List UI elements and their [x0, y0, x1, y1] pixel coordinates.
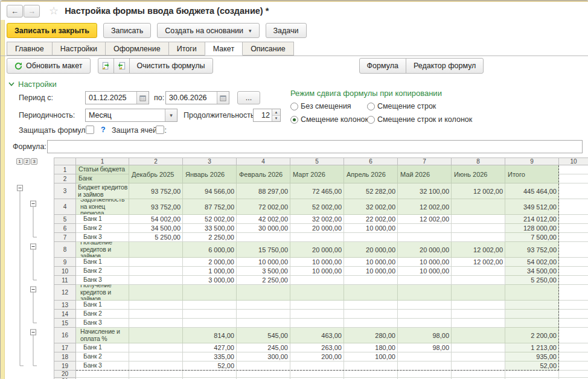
value-cell[interactable]: 10 000,00 [344, 258, 398, 267]
value-cell[interactable] [452, 319, 505, 328]
value-cell[interactable]: 32 100,00 [398, 183, 452, 199]
row-header[interactable]: 3 [54, 183, 76, 199]
value-cell[interactable] [452, 361, 505, 371]
empty-cell[interactable] [559, 361, 588, 371]
value-cell[interactable] [398, 319, 452, 328]
value-cell[interactable]: 32 002,00 [344, 199, 398, 215]
value-cell[interactable]: 5 250,00 [129, 233, 183, 242]
column-header[interactable]: 8 [452, 158, 505, 165]
total-cell[interactable]: 34 500,00 [505, 267, 559, 276]
value-cell[interactable]: 6 000,00 [183, 242, 237, 258]
shift-mode-radio[interactable] [290, 116, 298, 124]
row-label-cell[interactable]: Банк 1 [76, 258, 129, 267]
value-cell[interactable] [452, 352, 505, 361]
value-cell[interactable]: 94 566,00 [183, 183, 237, 199]
favorite-star-icon[interactable]: ☆ [49, 4, 59, 18]
empty-cell[interactable] [559, 285, 588, 301]
value-cell[interactable]: 2 250,00 [237, 276, 290, 285]
value-cell[interactable] [452, 215, 505, 224]
value-cell[interactable] [344, 361, 398, 371]
value-cell[interactable] [129, 301, 183, 310]
value-cell[interactable]: 10 000,00 [237, 258, 290, 267]
value-cell[interactable]: 12 002,00 [452, 242, 505, 258]
value-cell[interactable] [344, 233, 398, 242]
value-cell[interactable]: 10 000,00 [290, 258, 344, 267]
tab-Настройки[interactable]: Настройки [52, 42, 106, 56]
row-header[interactable]: 15 [54, 319, 76, 328]
total-cell[interactable]: 2 200,00 [505, 328, 559, 343]
group-level-button[interactable]: 3 [31, 158, 37, 165]
shift-mode-radio[interactable] [367, 116, 375, 124]
total-cell[interactable]: 349 512,00 [505, 199, 559, 215]
total-cell[interactable]: 54 002,00 [505, 258, 559, 267]
tab-Итоги[interactable]: Итоги [168, 42, 205, 56]
spin-down-icon[interactable]: ▼ [272, 116, 280, 122]
tab-Оформление[interactable]: Оформление [105, 42, 169, 56]
value-cell[interactable]: 20 000,00 [398, 242, 452, 258]
value-cell[interactable]: 52 002,00 [290, 199, 344, 215]
column-header[interactable]: 4 [237, 158, 290, 165]
row-label-cell[interactable]: Банк 2 [76, 310, 129, 319]
clear-formulas-button[interactable]: Очистить формулы [129, 58, 213, 74]
empty-cell[interactable] [559, 352, 588, 361]
month-header-cell[interactable]: Июнь 2026 [452, 165, 505, 183]
value-cell[interactable]: 93 752,00 [129, 183, 183, 199]
value-cell[interactable]: 245,00 [237, 343, 290, 352]
calendar-icon[interactable] [217, 92, 229, 104]
value-cell[interactable] [129, 242, 183, 258]
value-cell[interactable] [129, 343, 183, 352]
chevron-down-icon[interactable]: ▾ [165, 109, 177, 121]
value-cell[interactable]: 100,00 [344, 352, 398, 361]
row-header[interactable]: 9 [54, 258, 76, 267]
row-label-cell[interactable]: Банк 1 [76, 215, 129, 224]
value-cell[interactable] [398, 233, 452, 242]
empty-cell[interactable] [559, 301, 588, 310]
total-cell[interactable]: 93 752,00 [505, 242, 559, 258]
value-cell[interactable]: 10 000,00 [344, 224, 398, 233]
save-button[interactable]: Записать [103, 23, 151, 38]
value-cell[interactable]: 88 297,00 [237, 183, 290, 199]
row-header[interactable]: 1 [54, 165, 76, 174]
value-cell[interactable] [398, 371, 452, 378]
value-cell[interactable] [290, 319, 344, 328]
value-cell[interactable]: 814,00 [183, 328, 237, 343]
value-cell[interactable]: 52 002,00 [183, 215, 237, 224]
value-cell[interactable] [344, 319, 398, 328]
value-cell[interactable] [237, 319, 290, 328]
value-cell[interactable] [129, 276, 183, 285]
empty-cell[interactable] [559, 371, 588, 378]
settings-section-header[interactable]: Настройки [8, 80, 57, 89]
value-cell[interactable] [452, 276, 505, 285]
forward-button[interactable]: → [24, 5, 40, 18]
value-cell[interactable]: 427,00 [183, 343, 237, 352]
value-cell[interactable]: 10 000,00 [344, 267, 398, 276]
row-header[interactable]: 17 [54, 343, 76, 352]
back-button[interactable]: ← [7, 5, 23, 18]
export-formulas-button[interactable] [98, 58, 114, 74]
value-cell[interactable] [290, 361, 344, 371]
value-cell[interactable]: 33 500,00 [183, 224, 237, 233]
value-cell[interactable] [398, 361, 452, 371]
value-cell[interactable]: 3 000,00 [183, 276, 237, 285]
total-cell[interactable]: 445 464,00 [505, 183, 559, 199]
value-cell[interactable]: 335,00 [183, 352, 237, 361]
shift-mode-radio[interactable] [367, 103, 375, 110]
refresh-layout-button[interactable]: Обновить макет [7, 58, 91, 74]
value-cell[interactable]: 20 000,00 [344, 242, 398, 258]
empty-cell[interactable] [559, 199, 588, 215]
empty-cell[interactable] [559, 319, 588, 328]
value-cell[interactable] [398, 224, 452, 233]
value-cell[interactable] [129, 371, 183, 378]
value-cell[interactable]: 32 002,00 [290, 215, 344, 224]
spin-up-icon[interactable]: ▲ [272, 109, 280, 116]
column-header[interactable]: 5 [290, 158, 344, 165]
value-cell[interactable] [129, 328, 183, 343]
value-cell[interactable] [452, 233, 505, 242]
row-label-cell[interactable]: Банк 2 [76, 267, 129, 276]
import-formulas-button[interactable] [113, 58, 130, 74]
value-cell[interactable]: 10 000,00 [398, 267, 452, 276]
value-cell[interactable] [344, 276, 398, 285]
value-cell[interactable] [183, 285, 237, 301]
row-header[interactable]: 7 [54, 233, 76, 242]
value-cell[interactable]: 10 000,00 [398, 258, 452, 267]
